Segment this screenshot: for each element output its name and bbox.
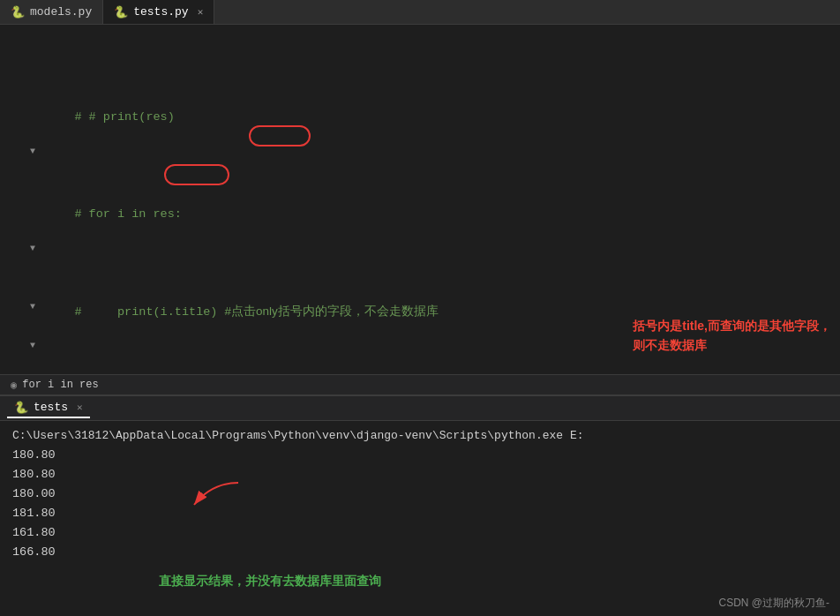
comment-text-2: # for i in res: — [46, 207, 182, 221]
models-tab-label: models.py — [30, 5, 92, 19]
fold-indicator-3[interactable]: ▼ — [30, 302, 35, 312]
code-area: ▼ ▼ ▼ ▼ # # print(res) # for i in res: #… — [0, 25, 840, 374]
line-numbers — [0, 25, 42, 30]
value-1: 180.80 — [12, 446, 828, 465]
value-2: 180.80 — [12, 465, 828, 485]
bottom-panel: 🐍 tests ✕ C:\Users\31812\AppData\Local\P… — [0, 395, 840, 616]
annotation-bottom: 直接显示结果，并没有去数据库里面查询 — [159, 574, 381, 590]
watermark: CSDN @过期的秋刀鱼- — [718, 596, 829, 611]
tests-icon: 🐍 — [114, 5, 128, 19]
tab-bar: 🐍 models.py 🐍 tests.py ✕ — [0, 0, 840, 25]
terminal-tab-close[interactable]: ✕ — [77, 402, 83, 413]
red-arrow — [176, 474, 247, 522]
terminal-path: C:\Users\31812\AppData\Local\Programs\Py… — [12, 426, 828, 446]
terminal-values: 180.80 180.80 180.00 181.80 161.80 166.8… — [12, 446, 828, 562]
terminal-tab-bar: 🐍 tests ✕ — [0, 396, 840, 421]
fold-indicator-2[interactable]: ▼ — [30, 244, 35, 253]
comment-text-3: # print(i.title) #点击only括号内的字段，不会走数据库 — [46, 305, 439, 319]
terminal-output: C:\Users\31812\AppData\Local\Programs\Py… — [0, 421, 840, 616]
debug-indicator: ◉ — [11, 379, 17, 392]
close-icon[interactable]: ✕ — [198, 6, 204, 18]
code-line-1: # # print(res) — [46, 108, 840, 127]
tab-models[interactable]: 🐍 models.py — [0, 0, 103, 24]
value-3: 180.00 — [12, 485, 828, 504]
editor-wrapper: 🐍 models.py 🐍 tests.py ✕ ▼ ▼ ▼ ▼ # # p — [0, 0, 840, 616]
fold-indicator-1[interactable]: ▼ — [30, 146, 35, 156]
code-line-2: # for i in res: — [46, 205, 840, 224]
comment-text-1: # # print(res) — [46, 110, 175, 124]
terminal-tab-icon: 🐍 — [14, 401, 28, 415]
terminal-tab-tests[interactable]: 🐍 tests ✕ — [7, 399, 90, 418]
fold-indicator-4[interactable]: ▼ — [30, 341, 35, 350]
breadcrumb-text: for i in res — [22, 379, 98, 391]
editor-section: ▼ ▼ ▼ ▼ # # print(res) # for i in res: #… — [0, 25, 840, 395]
value-4: 181.80 — [12, 504, 828, 523]
value-6: 166.80 — [12, 543, 828, 562]
tests-tab-label: tests.py — [133, 5, 188, 19]
value-5: 161.80 — [12, 523, 828, 543]
breadcrumb-bar: ◉ for i in res — [0, 374, 840, 395]
tab-tests[interactable]: 🐍 tests.py ✕ — [103, 0, 214, 24]
annotation-title: 括号内是title,而查询的是其他字段， 则不走数据库 — [633, 316, 831, 356]
models-icon: 🐍 — [11, 5, 25, 19]
terminal-tab-label: tests — [34, 401, 68, 414]
